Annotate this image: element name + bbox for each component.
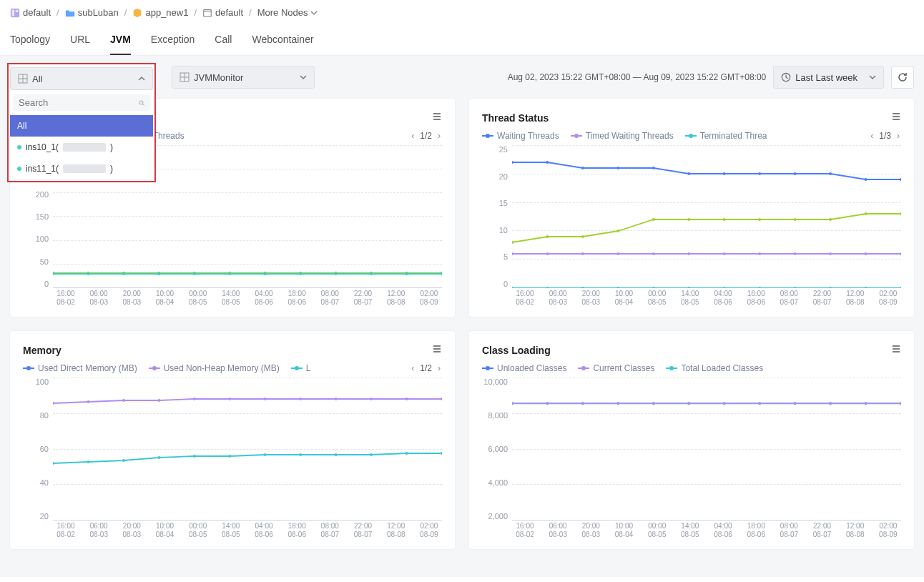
pager-next-button[interactable]: › <box>436 131 442 141</box>
svg-point-63 <box>546 235 549 238</box>
breadcrumb-item-default[interactable]: default <box>10 7 51 18</box>
pager-next-button[interactable]: › <box>436 363 442 373</box>
svg-point-91 <box>687 287 690 288</box>
svg-point-68 <box>723 218 726 221</box>
svg-point-110 <box>53 462 54 465</box>
breadcrumb-item-subluban[interactable]: subLuban <box>65 7 119 18</box>
status-dot-icon <box>17 167 21 171</box>
time-quick-selector[interactable]: Last Last week <box>773 66 884 89</box>
svg-point-116 <box>264 453 267 456</box>
card-menu-button[interactable] <box>891 344 901 356</box>
pager-text: 1/2 <box>420 131 432 141</box>
svg-point-48 <box>406 272 408 275</box>
instance-option-ins11[interactable]: ins11_1( ) <box>10 158 153 179</box>
card-thread-status-2: Thread Status Waiting Threads Timed Wait… <box>469 99 914 317</box>
hamburger-icon <box>432 344 442 354</box>
refresh-icon <box>897 71 908 83</box>
x-axis: 16:0008-0206:0008-0320:0008-0310:0008-04… <box>53 522 442 542</box>
refresh-button[interactable] <box>891 66 914 89</box>
breadcrumb-item-app[interactable]: app_new1 <box>132 7 188 18</box>
tab-exception[interactable]: Exception <box>151 25 195 55</box>
y-axis: 2520151050 <box>482 145 512 288</box>
breadcrumb-item-default2[interactable]: default <box>202 7 243 18</box>
pager-text: 1/2 <box>420 363 432 373</box>
pager-prev-button[interactable]: ‹ <box>410 363 416 373</box>
legend-item[interactable]: Total Loaded Classes <box>666 363 763 373</box>
legend-label: Used Direct Memory (MB) <box>38 363 137 373</box>
svg-point-80 <box>723 252 726 255</box>
legend-item[interactable]: Used Direct Memory (MB) <box>23 363 137 373</box>
legend-pager: ‹ 1/3 › <box>869 131 901 141</box>
svg-point-113 <box>157 456 160 459</box>
legend-item[interactable]: Current Classes <box>578 363 654 373</box>
instance-search-input[interactable] <box>19 97 139 108</box>
svg-point-120 <box>406 452 408 455</box>
svg-point-141 <box>758 402 761 405</box>
clock-icon <box>781 72 791 82</box>
svg-point-95 <box>829 287 832 288</box>
svg-point-97 <box>900 287 901 288</box>
tab-url[interactable]: URL <box>70 25 90 55</box>
svg-point-70 <box>794 218 797 221</box>
svg-point-59 <box>829 172 832 175</box>
card-menu-button[interactable] <box>432 112 442 124</box>
tab-jvm[interactable]: JVM <box>110 25 131 55</box>
instance-option-tail: ) <box>110 164 113 174</box>
svg-point-118 <box>335 453 338 456</box>
board-icon <box>10 8 20 18</box>
breadcrumb-label: default <box>215 7 243 18</box>
svg-point-89 <box>616 287 619 288</box>
svg-point-135 <box>546 402 549 405</box>
calendar-icon <box>202 8 212 18</box>
card-menu-button[interactable] <box>891 112 901 124</box>
tab-call[interactable]: Call <box>215 25 232 55</box>
svg-point-75 <box>546 252 549 255</box>
svg-line-9 <box>143 104 144 105</box>
chart-area: 10080604020 16:0008-0206:0008-0320:0008-… <box>23 378 442 542</box>
chevron-down-icon <box>310 9 318 16</box>
svg-point-140 <box>723 402 726 405</box>
svg-point-88 <box>581 287 584 288</box>
svg-point-111 <box>87 460 90 463</box>
svg-point-104 <box>264 398 267 400</box>
tab-topology[interactable]: Topology <box>10 25 50 55</box>
svg-point-112 <box>122 459 125 462</box>
legend-pager: ‹ 1/2 › <box>410 363 442 373</box>
card-class-loading: Class Loading Unloaded Classes Current C… <box>469 331 914 549</box>
breadcrumb-sep: / <box>56 7 59 18</box>
time-range-text: Aug 02, 2023 15:22 GMT+08:00 — Aug 09, 2… <box>508 72 767 82</box>
svg-point-98 <box>53 402 54 405</box>
legend-item[interactable]: Used Non-Heap Memory (MB) <box>149 363 280 373</box>
instance-search[interactable] <box>13 94 150 111</box>
legend-item[interactable]: Waiting Threads <box>482 131 559 141</box>
instance-selector[interactable]: All <box>10 67 153 90</box>
instance-option-label: All <box>17 121 26 131</box>
legend-item[interactable]: L <box>291 363 311 373</box>
breadcrumb-sep: / <box>194 7 197 18</box>
legend-item[interactable]: Terminated Threa <box>685 131 767 141</box>
hamburger-icon <box>891 344 901 354</box>
pager-prev-button[interactable]: ‹ <box>869 131 875 141</box>
pager-prev-button[interactable]: ‹ <box>410 131 416 141</box>
svg-point-100 <box>122 399 125 402</box>
redacted-text <box>63 143 106 152</box>
instance-option-all[interactable]: All <box>10 115 153 137</box>
chart-legend: Unloaded Classes Current Classes Total L… <box>482 363 901 373</box>
card-menu-button[interactable] <box>432 344 442 356</box>
pager-next-button[interactable]: › <box>895 131 901 141</box>
more-nodes-dropdown[interactable]: More Nodes <box>257 7 318 18</box>
y-axis: 10,0008,0006,0004,0002,000 <box>482 378 512 521</box>
svg-point-56 <box>723 172 726 175</box>
tab-webcontainer[interactable]: Webcontainer <box>252 25 313 55</box>
breadcrumb-label: app_new1 <box>145 7 188 18</box>
instance-option-ins10[interactable]: ins10_1( ) <box>10 137 153 158</box>
legend-item[interactable]: Timed Waiting Threads <box>571 131 674 141</box>
legend-item[interactable]: Unloaded Classes <box>482 363 566 373</box>
svg-point-101 <box>157 399 160 402</box>
breadcrumb: default / subLuban / app_new1 / default … <box>0 0 924 25</box>
chart-area: 2520151050 16:0008-0206:0008-0320:0008-0… <box>482 145 901 310</box>
svg-point-78 <box>652 252 655 255</box>
svg-point-40 <box>122 272 125 275</box>
monitor-selector[interactable]: JVMMonitor <box>172 66 315 89</box>
svg-point-66 <box>652 218 655 221</box>
